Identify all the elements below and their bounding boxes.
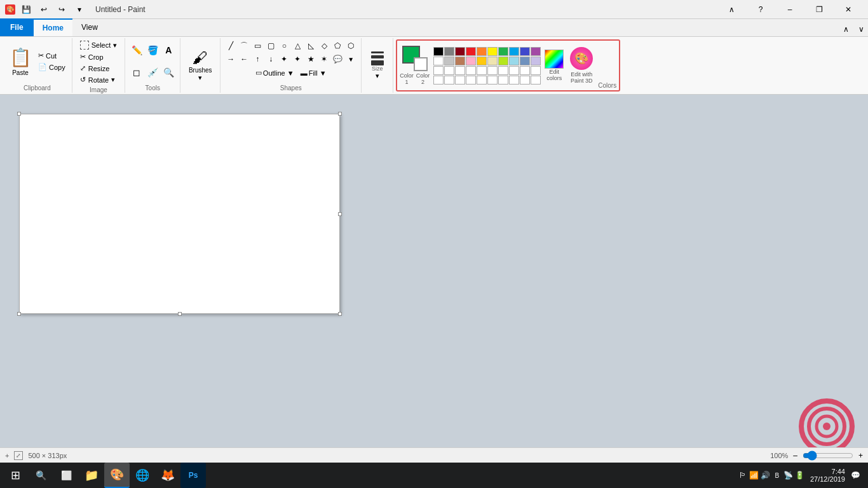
tray-sound-icon[interactable]: 🔊 xyxy=(761,470,771,480)
shape-right-triangle[interactable]: ◺ xyxy=(304,39,317,52)
qat-dropdown-button[interactable]: ▾ xyxy=(72,3,86,17)
shape-curve[interactable]: ⌒ xyxy=(238,39,250,52)
color2-box[interactable] xyxy=(414,57,428,71)
tray-bluetooth-icon[interactable]: B xyxy=(772,470,782,480)
swatch-lavender[interactable] xyxy=(531,57,541,65)
drawing-canvas[interactable] xyxy=(19,114,340,314)
swatch-purple[interactable] xyxy=(531,47,541,56)
swatch-red[interactable] xyxy=(466,47,476,56)
swatch-r4-4[interactable] xyxy=(466,76,476,85)
swatch-orange[interactable] xyxy=(477,47,487,56)
shape-star5[interactable]: ★ xyxy=(304,53,317,65)
tray-network-icon[interactable]: 📶 xyxy=(749,470,759,480)
shape-callout[interactable]: 💬 xyxy=(331,53,344,65)
shape-arrow-down[interactable]: ↓ xyxy=(264,53,277,65)
shape-ellipse[interactable]: ○ xyxy=(278,39,290,52)
edit-colors-button[interactable]: Edit colors xyxy=(545,50,564,81)
resize-handle-bottom-right[interactable] xyxy=(338,312,342,316)
resize-handle-middle-right[interactable] xyxy=(338,212,342,216)
fill-button[interactable]: ▬ Fill ▼ xyxy=(298,68,329,78)
zoom-in-button[interactable]: + xyxy=(858,451,863,460)
paste-button[interactable]: 📋 Paste xyxy=(6,43,34,80)
tab-file[interactable]: File xyxy=(0,18,34,36)
paint-taskbar-button[interactable]: 🎨 xyxy=(104,463,130,488)
swatch-r4-3[interactable] xyxy=(455,76,465,85)
swatch-yellow[interactable] xyxy=(487,47,498,56)
swatch-cream[interactable] xyxy=(487,57,498,65)
shape-arrow-right[interactable]: → xyxy=(224,53,237,65)
edit-with-paint3d-button[interactable]: 🎨 Edit with Paint 3D xyxy=(567,44,595,86)
chrome-taskbar-button[interactable]: 🌐 xyxy=(130,463,155,488)
qat-save-button[interactable]: 💾 xyxy=(19,3,33,17)
zoom-slider[interactable] xyxy=(803,451,853,461)
firefox-taskbar-button[interactable]: 🦊 xyxy=(155,463,180,488)
start-button[interactable]: ⊞ xyxy=(3,463,28,488)
swatch-r3-4[interactable] xyxy=(466,66,476,75)
zoom-out-button[interactable]: – xyxy=(793,451,797,460)
swatch-r4-7[interactable] xyxy=(498,76,508,85)
swatch-lime[interactable] xyxy=(498,57,508,65)
swatch-r4-9[interactable] xyxy=(520,76,530,85)
swatch-r3-1[interactable] xyxy=(433,66,444,75)
swatch-r3-10[interactable] xyxy=(531,66,541,75)
close-button[interactable]: ✕ xyxy=(834,0,863,19)
outline-button[interactable]: ▭ Outline ▼ xyxy=(253,68,297,78)
select-button[interactable]: Select ▾ xyxy=(76,39,121,51)
tray-battery-icon[interactable]: 🔋 xyxy=(795,470,805,480)
ribbon-collapse-button[interactable]: ∧ xyxy=(717,0,746,19)
text-tool[interactable]: A xyxy=(161,43,176,58)
pencil-tool[interactable]: ✏️ xyxy=(129,43,144,58)
resize-handle-top-right[interactable] xyxy=(338,112,342,116)
swatch-r3-9[interactable] xyxy=(520,66,530,75)
swatch-r3-7[interactable] xyxy=(498,66,508,75)
magnifier-tool[interactable]: 🔍 xyxy=(161,65,176,80)
swatch-lightgray[interactable] xyxy=(444,57,454,65)
shape-star6[interactable]: ✶ xyxy=(318,53,330,65)
swatch-lightblue[interactable] xyxy=(509,57,519,65)
swatch-pink[interactable] xyxy=(466,57,476,65)
swatch-r3-8[interactable] xyxy=(509,66,519,75)
shape-hexagon[interactable]: ⬡ xyxy=(344,39,357,52)
shape-line[interactable]: ╱ xyxy=(224,39,237,52)
restore-button[interactable]: ❐ xyxy=(804,0,834,19)
crop-button[interactable]: ✂ Crop xyxy=(76,51,107,62)
swatch-gold[interactable] xyxy=(477,57,487,65)
ribbon-scroll-right[interactable]: ∨ xyxy=(854,22,868,36)
swatch-r3-3[interactable] xyxy=(455,66,465,75)
shape-scroll[interactable]: ▼ xyxy=(344,53,357,65)
swatch-green[interactable] xyxy=(498,47,508,56)
swatch-steelblue[interactable] xyxy=(520,57,530,65)
resize-handle-bottom-middle[interactable] xyxy=(178,312,182,316)
tray-wifi-icon[interactable]: 📡 xyxy=(783,470,794,480)
swatch-r4-5[interactable] xyxy=(477,76,487,85)
tab-home[interactable]: Home xyxy=(34,18,72,36)
tab-view[interactable]: View xyxy=(72,18,107,36)
notification-icon[interactable]: 💬 xyxy=(850,470,860,480)
swatch-r4-6[interactable] xyxy=(487,76,498,85)
swatch-darkred[interactable] xyxy=(455,47,465,56)
shape-arrow-left[interactable]: ← xyxy=(238,53,250,65)
swatch-indigo[interactable] xyxy=(520,47,530,56)
copy-button[interactable]: 📄 Copy xyxy=(36,62,68,72)
shape-pentagon[interactable]: ⬠ xyxy=(331,39,344,52)
size-button[interactable]: Size ▾ xyxy=(370,50,385,81)
qat-redo-button[interactable]: ↪ xyxy=(55,3,69,17)
minimize-button[interactable]: – xyxy=(775,0,804,19)
system-clock[interactable]: 7:44 27/12/2019 xyxy=(806,468,849,483)
photoshop-taskbar-button[interactable]: Ps xyxy=(180,463,206,488)
resize-handle-top-left[interactable] xyxy=(17,112,21,116)
shape-triangle[interactable]: △ xyxy=(291,39,304,52)
swatch-r4-2[interactable] xyxy=(444,76,454,85)
swatch-r4-8[interactable] xyxy=(509,76,519,85)
taskview-button[interactable]: ⬜ xyxy=(53,463,79,488)
swatch-gray[interactable] xyxy=(444,47,454,56)
swatch-r3-5[interactable] xyxy=(477,66,487,75)
shape-rounded-rect[interactable]: ▢ xyxy=(264,39,277,52)
file-explorer-button[interactable]: 📁 xyxy=(79,463,104,488)
tray-flag-icon[interactable]: 🏳 xyxy=(738,470,748,480)
swatch-r3-6[interactable] xyxy=(487,66,498,75)
fill-tool[interactable]: 🪣 xyxy=(145,43,160,58)
shape-star4[interactable]: ✦ xyxy=(291,53,304,65)
rotate-button[interactable]: ↺ Rotate ▾ xyxy=(76,74,119,85)
eraser-tool[interactable]: ◻ xyxy=(129,65,144,80)
